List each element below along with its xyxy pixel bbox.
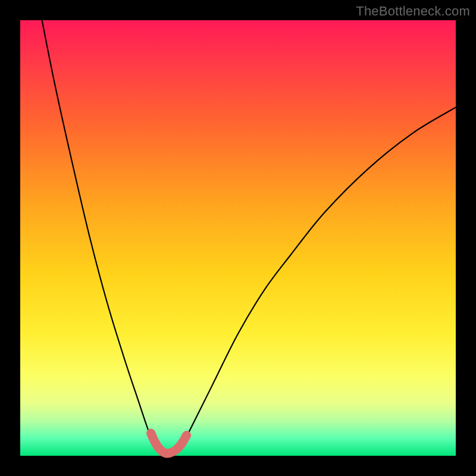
chart-frame: TheBottleneck.com xyxy=(0,0,476,476)
bottleneck-curve xyxy=(42,20,456,456)
watermark-text: TheBottleneck.com xyxy=(356,4,470,19)
highlight-segment xyxy=(151,433,187,453)
chart-svg xyxy=(20,20,456,456)
plot-area xyxy=(20,20,456,456)
